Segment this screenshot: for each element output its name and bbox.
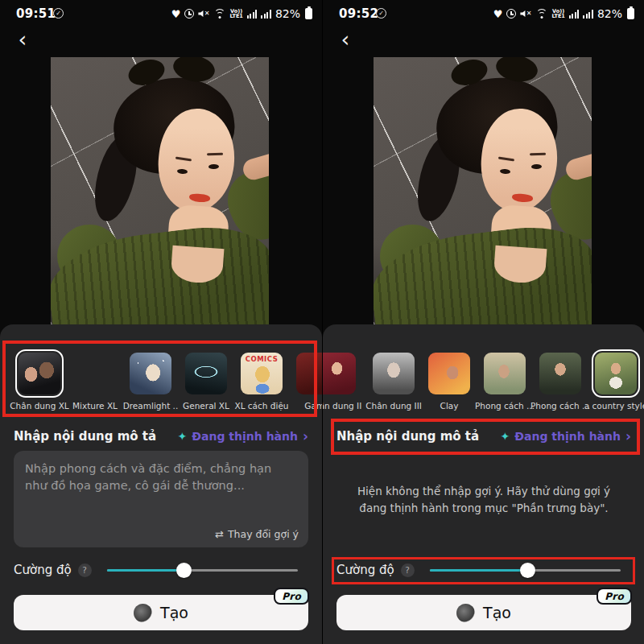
style-item-clay[interactable]: Clay xyxy=(425,349,473,411)
style-thumbnail xyxy=(74,353,116,394)
shuffle-icon: ⇄ xyxy=(215,528,224,540)
trending-link[interactable]: ✦ Đang thịnh hành › xyxy=(178,430,308,443)
portrait-photo xyxy=(51,57,269,324)
battery-percent: 82% xyxy=(275,7,300,20)
wifi-icon xyxy=(535,9,547,19)
screenshot-comparison: 09:51 ✓ ♥ ✕ Vo))LTE1 82% ‹ xyxy=(0,0,644,644)
signal-bars-icon-2 xyxy=(583,10,593,19)
intensity-label: Cường độ xyxy=(336,563,394,577)
signal-bars-icon-2 xyxy=(261,10,271,19)
spinner-icon xyxy=(134,604,152,622)
heart-icon: ♥ xyxy=(493,9,503,19)
style-item-general-xl[interactable]: General XL xyxy=(182,349,230,411)
sparkle-icon: ✦ xyxy=(178,431,188,442)
signal-bars-icon-1 xyxy=(569,10,580,19)
battery-icon xyxy=(627,8,634,19)
prompt-disabled-message: Hiện không thể nhập gợi ý. Hãy thử dùng … xyxy=(345,483,622,517)
status-icons: ♥ ✕ Vo))LTE1 82% xyxy=(171,6,312,22)
style-thumbnail xyxy=(130,353,171,394)
heart-icon: ♥ xyxy=(171,9,181,19)
style-item-dreamlight[interactable]: Dreamlight .. xyxy=(126,349,175,411)
style-item-game[interactable]: Game xyxy=(293,349,322,411)
signal-bars-icon-1 xyxy=(247,10,258,19)
style-thumbnail xyxy=(185,353,227,394)
battery-icon xyxy=(305,8,312,19)
help-icon[interactable]: ? xyxy=(78,564,92,577)
style-thumbnail xyxy=(322,353,356,394)
generate-button[interactable]: Tạo Pro xyxy=(336,595,631,630)
status-bar: 09:51 ✓ ♥ ✕ Vo))LTE1 82% xyxy=(0,0,322,27)
status-icons: ♥ ✕ Vo))LTE1 82% xyxy=(493,6,634,22)
style-thumbnail xyxy=(373,353,415,394)
prompt-section-title: Nhập nội dung mô tả xyxy=(336,429,479,444)
back-button[interactable]: ‹ xyxy=(11,29,34,52)
schedule-check-icon: ✓ xyxy=(376,8,386,19)
battery-percent: 82% xyxy=(597,7,622,20)
style-thumbnail xyxy=(595,353,637,394)
status-bar: 09:52 ✓ ♥ ✕ Vo))LTE1 82% xyxy=(323,0,644,27)
chevron-right-icon: › xyxy=(303,431,308,442)
style-item-chan-dung-ii[interactable]: Chân dung II xyxy=(322,349,359,411)
volte-indicator: Vo))LTE1 xyxy=(551,9,564,19)
schedule-check-icon: ✓ xyxy=(53,8,64,19)
style-item-chan-dung-xl[interactable]: Chân dung XL xyxy=(15,349,64,411)
chevron-right-icon: › xyxy=(625,431,631,442)
mute-icon: ✕ xyxy=(520,9,531,19)
intensity-slider[interactable] xyxy=(430,562,621,578)
spinner-icon xyxy=(456,604,475,622)
style-thumbnail xyxy=(296,353,322,394)
style-item-chan-dung-iii[interactable]: Chân dung III xyxy=(369,349,418,411)
generate-button[interactable]: Tạo Pro xyxy=(14,595,308,630)
style-thumbnail xyxy=(19,353,60,394)
style-item-mixture-xl[interactable]: Mixture XL xyxy=(71,349,119,411)
status-time: 09:52 xyxy=(339,6,378,21)
style-thumbnail xyxy=(484,353,526,394)
prompt-input-container: ⇄ Thay đổi gợi ý xyxy=(14,451,308,547)
intensity-label: Cường độ xyxy=(14,563,72,577)
slider-knob[interactable] xyxy=(176,563,192,578)
pro-badge: Pro xyxy=(274,588,309,605)
help-icon[interactable]: ? xyxy=(401,564,415,577)
style-item-phong-cach-1[interactable]: Phong cách ... xyxy=(481,349,529,411)
pro-badge: Pro xyxy=(597,588,632,605)
slider-knob[interactable] xyxy=(520,563,535,578)
style-thumbnail: COMICS xyxy=(241,353,283,394)
app-screen-right: 09:52 ✓ ♥ ✕ Vo))LTE1 82% ‹ xyxy=(322,0,644,644)
style-item-xl-cach-dieu[interactable]: COMICS XL cách điệu xyxy=(237,349,286,411)
style-item-phong-cach-2[interactable]: Phong cách ... xyxy=(536,349,584,411)
intensity-slider[interactable] xyxy=(107,562,298,578)
trending-link[interactable]: ✦ Đang thịnh hành › xyxy=(501,430,631,443)
change-suggestion-button[interactable]: ⇄ Thay đổi gợi ý xyxy=(215,528,299,540)
back-button[interactable]: ‹ xyxy=(334,29,357,52)
alarm-icon xyxy=(184,9,194,19)
style-thumbnail xyxy=(539,353,581,394)
portrait-photo xyxy=(374,57,592,324)
alarm-icon xyxy=(506,9,516,19)
wifi-icon xyxy=(213,9,225,19)
style-thumbnail xyxy=(428,353,470,394)
style-item-country-style[interactable]: a country style xyxy=(592,349,640,411)
volte-indicator: Vo))LTE1 xyxy=(229,9,242,19)
mute-icon: ✕ xyxy=(198,9,209,19)
app-screen-left: 09:51 ✓ ♥ ✕ Vo))LTE1 82% ‹ xyxy=(0,0,322,644)
status-time: 09:51 xyxy=(16,6,56,21)
sparkle-icon: ✦ xyxy=(501,431,510,442)
prompt-section-title: Nhập nội dung mô tả xyxy=(14,429,156,444)
